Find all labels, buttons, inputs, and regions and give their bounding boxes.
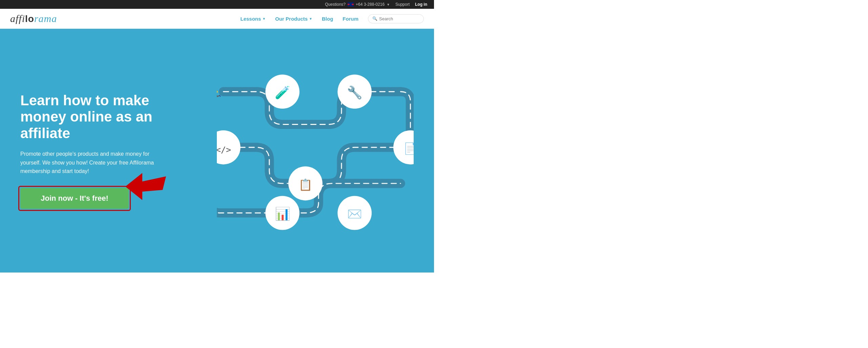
svg-text:✉️: ✉️ [347, 207, 362, 221]
lessons-caret: ▼ [262, 17, 266, 21]
join-button-border [18, 186, 131, 211]
red-arrow-icon [125, 173, 166, 200]
support-link[interactable]: Support [395, 2, 410, 7]
nav-forum[interactable]: Forum [343, 16, 358, 22]
hero-description: Promote other people's products and make… [20, 150, 163, 176]
phone-number: +64 3-288-0216 [356, 2, 385, 7]
hero-title: Learn how to make money online as an aff… [20, 92, 197, 142]
nav-lessons[interactable]: Lessons ▼ [240, 16, 266, 22]
flag-icon [348, 2, 354, 6]
search-icon: 🔍 [372, 16, 377, 21]
logo-part1: affi [10, 13, 25, 24]
search-box[interactable]: 🔍 [368, 14, 424, 23]
svg-text:🧪: 🧪 [275, 85, 290, 100]
top-bar: Questions? +64 3-288-0216 ▼ Support Log … [0, 0, 434, 9]
hero-roadmap: 🧪 🔧 📄 📋 </> 📊 ✉️ 🏃 [217, 49, 414, 252]
header: affilorama Lessons ▼ Our Products ▼ Blog… [0, 9, 434, 29]
nav-blog[interactable]: Blog [322, 16, 333, 22]
login-link[interactable]: Log in [415, 2, 427, 7]
dropdown-icon: ▼ [387, 3, 390, 6]
svg-text:📄: 📄 [404, 142, 414, 155]
hero-content: Learn how to make money online as an aff… [20, 92, 197, 209]
hero-section: Learn how to make money online as an aff… [0, 29, 434, 273]
products-caret: ▼ [309, 17, 312, 21]
join-button-wrapper: Join now - It's free! [20, 188, 129, 209]
arrow-container [125, 173, 166, 201]
logo[interactable]: affilorama [10, 14, 57, 24]
questions-label: Questions? [325, 2, 346, 7]
roadmap-svg: 🧪 🔧 📄 📋 </> 📊 ✉️ 🏃 [217, 49, 414, 252]
svg-text:</>: </> [217, 145, 231, 155]
logo-part2: lo [25, 14, 34, 24]
svg-marker-0 [125, 173, 166, 200]
svg-text:📊: 📊 [275, 206, 290, 221]
runner-figure: 🏃 [217, 85, 224, 101]
main-nav: Lessons ▼ Our Products ▼ Blog Forum 🔍 [240, 14, 424, 23]
nav-products[interactable]: Our Products ▼ [275, 16, 312, 22]
svg-text:🔧: 🔧 [347, 85, 363, 100]
svg-text:📋: 📋 [298, 178, 313, 192]
search-input[interactable] [379, 16, 420, 21]
logo-part3: rama [34, 13, 57, 24]
questions-section: Questions? +64 3-288-0216 ▼ [325, 2, 390, 7]
